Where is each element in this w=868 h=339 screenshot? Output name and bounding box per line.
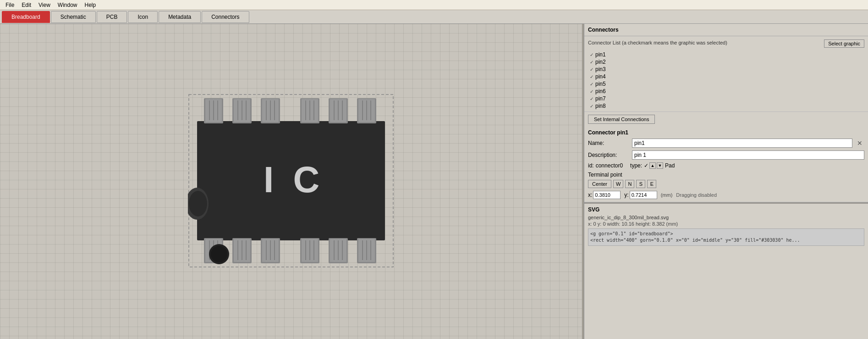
pin-name-pin4: pin4 (595, 73, 606, 80)
main-content: I C Connectors Connector List (a checkma… (0, 24, 868, 339)
pin-name-pin3: pin3 (595, 66, 606, 72)
pin-item-pin8[interactable]: ✓pin8 (590, 102, 863, 110)
type-down-button[interactable]: ▼ (657, 162, 663, 169)
unit-label: (mm) (661, 192, 673, 198)
connector-list-label: Connector List (a checkmark means the gr… (588, 38, 727, 47)
pin-name-pin7: pin7 (595, 95, 606, 102)
type-controls: ✓ ▲ ▼ (644, 162, 663, 169)
pin-item-pin1[interactable]: ✓pin1 (590, 51, 863, 58)
svg-code-line1: <g gorn="0.1" id="breadboard"> (590, 231, 862, 237)
select-graphic-button[interactable]: Select graphic (824, 39, 864, 48)
svg-filename: generic_ic_dip_8_300mil_bread.svg (588, 215, 864, 220)
tab-metadata[interactable]: Metadata (159, 11, 201, 23)
connector-list-header: Connector List (a checkmark means the gr… (588, 38, 864, 49)
y-label: y: (624, 192, 628, 198)
terminal-controls: Center W N S E (588, 180, 864, 188)
type-item: type: ✓ ▲ ▼ Pad (630, 162, 675, 169)
svg-code-preview: <g gorn="0.1" id="breadboard"> <rect wid… (588, 228, 864, 246)
set-internal-connections-container: Set Internal Connections (584, 112, 868, 127)
x-label: x: (588, 192, 592, 198)
name-label: Name: (588, 140, 629, 146)
menu-help[interactable]: Help (81, 1, 100, 9)
id-item: id: connector0 (588, 162, 623, 169)
pin-name-pin1: pin1 (595, 51, 606, 58)
menu-file[interactable]: File (2, 1, 18, 9)
y-coord-group: y: (624, 191, 657, 199)
description-input[interactable] (632, 150, 864, 160)
north-button[interactable]: N (625, 180, 634, 188)
pad-label: Pad (665, 162, 675, 169)
pin-item-pin3[interactable]: ✓pin3 (590, 66, 863, 73)
pin-item-pin2[interactable]: ✓pin2 (590, 58, 863, 66)
menu-window[interactable]: Window (54, 1, 81, 9)
svg-point-63 (189, 191, 207, 217)
type-up-button[interactable]: ▲ (649, 162, 656, 169)
tab-icon[interactable]: Icon (128, 11, 158, 23)
south-button[interactable]: S (636, 180, 645, 188)
dragging-disabled-label: Dragging disabled (676, 192, 717, 198)
y-input[interactable] (630, 191, 657, 199)
ic-container: I C (188, 94, 394, 269)
svg-title: SVG (588, 206, 864, 213)
pin-check-pin7: ✓ (590, 96, 593, 101)
set-internal-connections-button[interactable]: Set Internal Connections (588, 115, 655, 124)
pin-check-pin5: ✓ (590, 82, 593, 87)
name-input[interactable] (632, 139, 852, 148)
id-value: connector0 (596, 162, 623, 169)
pin-item-pin6[interactable]: ✓pin6 (590, 88, 863, 95)
pin-check-pin3: ✓ (590, 67, 593, 72)
tab-schematic[interactable]: Schematic (51, 11, 96, 23)
connector-detail-title: Connector pin1 (588, 129, 864, 136)
pin-list: ✓pin1✓pin2✓pin3✓pin4✓pin5✓pin6✓pin7✓pin8 (588, 51, 864, 110)
menu-view[interactable]: View (35, 1, 54, 9)
tab-connectors[interactable]: Connectors (202, 11, 249, 23)
id-label: id: (588, 162, 594, 169)
pin-item-pin4[interactable]: ✓pin4 (590, 73, 863, 80)
description-label: Description: (588, 152, 629, 158)
pin-name-pin2: pin2 (595, 59, 606, 65)
canvas-area[interactable]: I C (0, 24, 582, 339)
svg-point-65 (211, 246, 227, 262)
top-pins (204, 98, 376, 123)
name-field-row: Name: ✕ (588, 139, 864, 148)
type-label: type: (630, 162, 642, 169)
bottom-pins (204, 238, 376, 263)
connectors-panel-title: Connectors (584, 24, 868, 36)
pin-check-pin8: ✓ (590, 104, 593, 109)
pin-name-pin6: pin6 (595, 88, 606, 94)
tab-breadboard[interactable]: Breadboard (2, 11, 50, 23)
svg-section: SVG generic_ic_dip_8_300mil_bread.svg x:… (584, 204, 868, 339)
svg-dims: x: 0 y: 0 width: 10.16 height: 8.382 (mm… (588, 221, 864, 227)
east-button[interactable]: E (647, 180, 656, 188)
pin-check-pin1: ✓ (590, 52, 593, 57)
description-field-row: Description: (588, 150, 864, 160)
tab-pcb[interactable]: PCB (97, 11, 127, 23)
pin-check-pin4: ✓ (590, 74, 593, 79)
menubar: File Edit View Window Help (0, 0, 868, 10)
tabbar: Breadboard Schematic PCB Icon Metadata C… (0, 10, 868, 24)
coords-row: x: y: (mm) Dragging disabled (588, 191, 864, 199)
x-coord-group: x: (588, 191, 621, 199)
name-close-button[interactable]: ✕ (855, 139, 864, 147)
x-input[interactable] (593, 191, 621, 199)
type-checkmark: ✓ (644, 162, 648, 169)
svg-text:I C: I C (264, 159, 324, 200)
right-panel: Connectors Connector List (a checkmark m… (584, 24, 868, 339)
id-type-row: id: connector0 type: ✓ ▲ ▼ Pad (588, 162, 864, 169)
center-button[interactable]: Center (588, 180, 611, 188)
pin-name-pin8: pin8 (595, 103, 606, 109)
pin-check-pin2: ✓ (590, 60, 593, 65)
pin-item-pin7[interactable]: ✓pin7 (590, 95, 863, 102)
connector-list-section: Connector List (a checkmark means the gr… (584, 36, 868, 112)
pin-item-pin5[interactable]: ✓pin5 (590, 80, 863, 88)
menu-edit[interactable]: Edit (18, 1, 35, 9)
pin-name-pin5: pin5 (595, 81, 606, 87)
terminal-point-label: Terminal point (588, 172, 864, 178)
connector-details: Connector pin1 Name: ✕ Description: id: … (584, 127, 868, 202)
svg-code-line2: <rect width="400" gorn="0.1.0" x="0" id=… (590, 237, 862, 244)
pin-check-pin6: ✓ (590, 89, 593, 94)
ic-chip-svg: I C (188, 94, 394, 268)
west-button[interactable]: W (613, 180, 623, 188)
